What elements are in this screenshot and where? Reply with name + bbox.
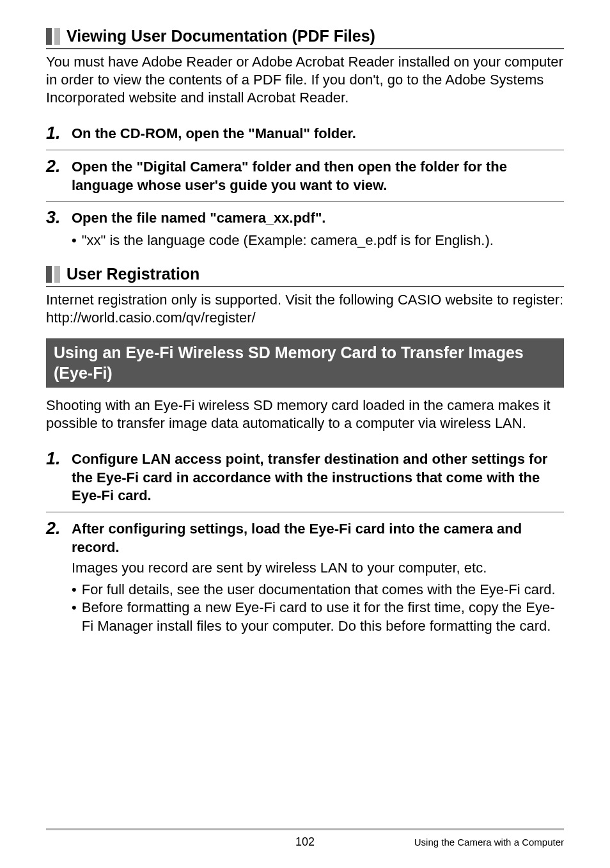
bullet-text: "xx" is the language code (Example: came…: [82, 232, 564, 249]
step-subtext: Images you record are sent by wireless L…: [72, 559, 564, 577]
bullet-dot-icon: •: [72, 581, 77, 599]
heading-user-registration: User Registration: [66, 265, 199, 283]
heading-eye-fi-bar: Using an Eye-Fi Wireless SD Memory Card …: [46, 338, 564, 388]
section3-intro: Shooting with an Eye-Fi wireless SD memo…: [46, 397, 564, 432]
heading-viewing-docs-row: Viewing User Documentation (PDF Files): [46, 27, 564, 49]
section1-intro: You must have Adobe Reader or Adobe Acro…: [46, 53, 564, 107]
page-footer: 102 Using the Camera with a Computer: [0, 828, 610, 849]
step-body: Configure LAN access point, transfer des…: [72, 450, 564, 505]
step-number: 2.: [46, 158, 64, 175]
section3-step-2: 2. After configuring settings, load the …: [46, 514, 564, 638]
footer-divider: [46, 828, 564, 830]
bullet-text: For full details, see the user documenta…: [82, 581, 564, 599]
section3-step-1: 1. Configure LAN access point, transfer …: [46, 444, 564, 512]
heading-marker-icon: [46, 28, 60, 45]
step-body: Open the "Digital Camera" folder and the…: [72, 158, 564, 194]
step-bullets: •"xx" is the language code (Example: cam…: [72, 232, 564, 249]
page-number: 102: [295, 835, 315, 849]
step-number: 2.: [46, 520, 64, 537]
footer-row: 102 Using the Camera with a Computer: [46, 835, 564, 849]
step-title: After configuring settings, load the Eye…: [72, 520, 564, 556]
section1-step-3: 3. Open the file named "camera_xx.pdf". …: [46, 203, 564, 252]
step-body: Open the file named "camera_xx.pdf". •"x…: [72, 209, 564, 249]
heading-user-registration-row: User Registration: [46, 265, 564, 287]
bullet-text: Before formatting a new Eye-Fi card to u…: [82, 599, 564, 635]
step-title: On the CD-ROM, open the "Manual" folder.: [72, 125, 564, 143]
heading-viewing-docs: Viewing User Documentation (PDF Files): [66, 27, 375, 45]
bullet-dot-icon: •: [72, 232, 77, 249]
footer-section-label: Using the Camera with a Computer: [414, 837, 564, 848]
step-title: Open the "Digital Camera" folder and the…: [72, 158, 564, 194]
step-title: Configure LAN access point, transfer des…: [72, 450, 564, 505]
step-number: 3.: [46, 209, 64, 226]
step-body: On the CD-ROM, open the "Manual" folder.: [72, 125, 564, 143]
step-number: 1.: [46, 450, 64, 468]
step-number: 1.: [46, 125, 64, 142]
section1-step-1: 1. On the CD-ROM, open the "Manual" fold…: [46, 118, 564, 150]
section2-intro: Internet registration only is supported.…: [46, 291, 564, 327]
bullet-dot-icon: •: [72, 599, 77, 635]
step-bullets: •For full details, see the user document…: [72, 581, 564, 635]
heading-marker-icon: [46, 266, 60, 283]
step-body: After configuring settings, load the Eye…: [72, 520, 564, 635]
section1-step-2: 2. Open the "Digital Camera" folder and …: [46, 152, 564, 201]
step-title: Open the file named "camera_xx.pdf".: [72, 209, 564, 228]
